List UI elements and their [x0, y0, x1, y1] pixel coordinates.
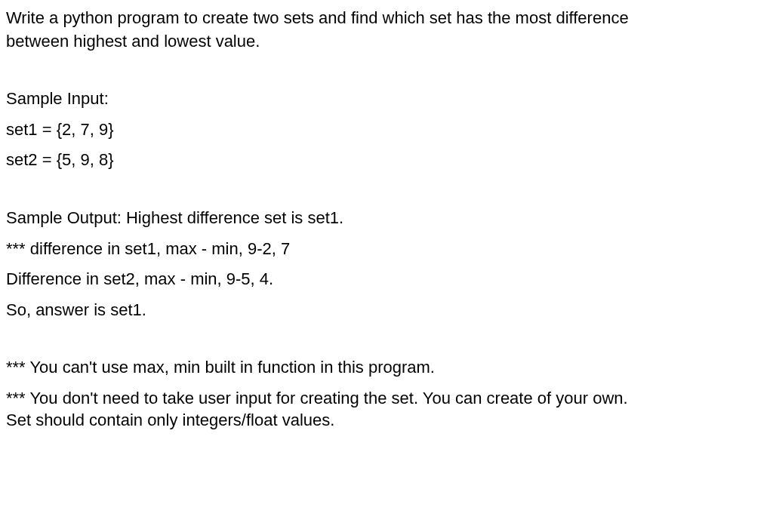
- diff-set2-line: Difference in set2, max - min, 9-5, 4.: [6, 269, 762, 291]
- set1-definition: set1 = {2, 7, 9}: [6, 119, 762, 141]
- spacer: [6, 379, 762, 388]
- constraint-note-2-line1: *** You don't need to take user input fo…: [6, 388, 762, 410]
- spacer: [6, 291, 762, 300]
- so-answer-line: So, answer is set1.: [6, 300, 762, 321]
- problem-statement-line1: Write a python program to create two set…: [6, 8, 762, 29]
- diff-set1-line: *** difference in set1, max - min, 9-2, …: [6, 238, 762, 260]
- spacer: [6, 321, 762, 357]
- spacer: [6, 260, 762, 269]
- spacer: [6, 140, 762, 149]
- spacer: [6, 229, 762, 238]
- constraint-note-1: *** You can't use max, min built in func…: [6, 357, 762, 379]
- set2-definition: set2 = {5, 9, 8}: [6, 149, 762, 171]
- sample-input-heading: Sample Input:: [6, 88, 762, 110]
- problem-statement-line2: between highest and lowest value.: [6, 31, 762, 53]
- spacer: [6, 52, 762, 88]
- constraint-note-2-line2: Set should contain only integers/float v…: [6, 410, 762, 432]
- sample-output-line: Sample Output: Highest difference set is…: [6, 208, 762, 229]
- spacer: [6, 110, 762, 119]
- spacer: [6, 171, 762, 208]
- document-page: Write a python program to create two set…: [0, 0, 773, 441]
